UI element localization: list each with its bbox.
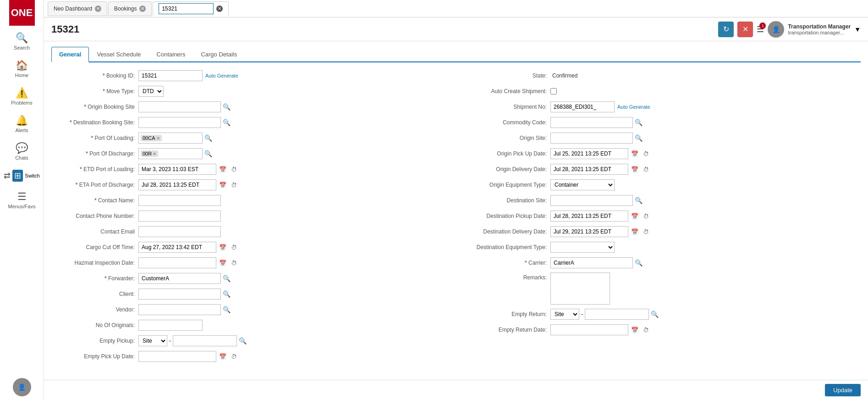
cargo-cutoff-clock-icon[interactable]: ⏱ [229, 243, 239, 252]
hazmat-clock-icon[interactable]: ⏱ [229, 259, 239, 267]
tab-search-input[interactable] [159, 3, 214, 14]
sidebar-item-problems[interactable]: ⚠️ Problems [0, 83, 44, 110]
destination-booking-site-input[interactable] [138, 117, 221, 128]
sidebar-item-search[interactable]: 🔍 Search [0, 28, 44, 55]
empty-return-search-icon[interactable]: 🔍 [649, 310, 660, 319]
sidebar-item-chats[interactable]: 💬 Chats [0, 138, 44, 165]
close-button[interactable]: ✕ [737, 22, 753, 37]
destination-site-search-icon[interactable]: 🔍 [633, 196, 644, 205]
contact-name-input[interactable] [138, 195, 221, 206]
empty-pickup-search-icon[interactable]: 🔍 [237, 336, 248, 345]
move-type-select[interactable]: DTDDTPPTDPTP [138, 86, 164, 97]
empty-return-value-input[interactable] [585, 309, 649, 320]
empty-pickup-date-calendar-icon[interactable]: 📅 [217, 352, 228, 361]
empty-pickup-value-input[interactable] [173, 335, 237, 346]
home-icon: 🏠 [16, 60, 28, 72]
destination-booking-site-search-icon[interactable]: 🔍 [221, 118, 232, 127]
cargo-cutoff-input[interactable]: Aug 27, 2022 13:42 EDT [138, 242, 216, 253]
origin-pickup-cal-icon[interactable]: 📅 [629, 150, 640, 158]
port-of-discharge-tag-remove[interactable]: ✕ [153, 151, 156, 156]
eta-clock-icon[interactable]: ⏱ [229, 181, 239, 189]
empty-pickup-date-input[interactable] [138, 351, 216, 362]
client-search-icon[interactable]: 🔍 [221, 289, 232, 299]
origin-pickup-clock-icon[interactable]: ⏱ [641, 150, 651, 158]
etd-clock-icon[interactable]: ⏱ [229, 165, 239, 174]
refresh-button[interactable]: ↻ [718, 22, 734, 37]
booking-id-input[interactable] [138, 70, 203, 81]
tab-neo-close[interactable]: ✕ [95, 6, 101, 12]
app-logo[interactable]: ONE [9, 0, 35, 26]
update-button[interactable]: Update [825, 384, 861, 396]
user-avatar[interactable]: 👤 [768, 21, 784, 38]
tab-containers[interactable]: Containers [149, 47, 193, 62]
shipment-no-auto-gen[interactable]: Auto Generate [617, 104, 650, 110]
eta-input[interactable]: Jul 28, 2021 13:25 EDT [138, 179, 216, 190]
empty-return-date-input[interactable] [550, 324, 628, 335]
destination-site-row: Destination Site: 🔍 [463, 194, 861, 206]
sidebar-item-switch[interactable]: ⇄ ⊞ Switch [0, 165, 44, 186]
sidebar-item-home[interactable]: 🏠 Home [0, 55, 44, 83]
origin-delivery-date-input[interactable]: Jul 28, 2021 13:25 EDT [550, 164, 628, 175]
empty-return-cal-icon[interactable]: 📅 [629, 326, 640, 334]
shipment-no-input[interactable] [550, 101, 615, 112]
carrier-input[interactable]: CarrierA [550, 257, 633, 268]
notification-badge: 1 [759, 22, 766, 29]
tab-neo-dashboard[interactable]: Neo Dashboard ✕ [48, 1, 107, 16]
tab-vessel-schedule[interactable]: Vessel Schedule [89, 47, 148, 62]
origin-booking-site-search-icon[interactable]: 🔍 [221, 102, 232, 111]
origin-delivery-clock-icon[interactable]: ⏱ [641, 165, 651, 174]
dest-delivery-clock-icon[interactable]: ⏱ [641, 228, 651, 236]
booking-id-auto-gen[interactable]: Auto Generate [205, 73, 238, 78]
origin-pickup-date-input[interactable]: Jul 25, 2021 13:25 EDT [550, 148, 628, 159]
port-of-discharge-search-icon[interactable]: 🔍 [203, 149, 214, 158]
eta-calendar-icon[interactable]: 📅 [217, 181, 228, 189]
etd-calendar-icon[interactable]: 📅 [217, 165, 228, 174]
destination-equipment-type-select[interactable]: ContainerTrailer [550, 242, 615, 253]
dest-delivery-cal-icon[interactable]: 📅 [629, 228, 640, 236]
sidebar-item-menus[interactable]: ☰ Menus/Favs [0, 186, 44, 214]
forwarder-search-icon[interactable]: 🔍 [221, 274, 232, 283]
destination-pickup-date-input[interactable]: Jul 28, 2021 13:25 EDT [550, 211, 628, 222]
auto-create-checkbox[interactable] [550, 88, 557, 94]
vendor-input[interactable] [138, 304, 221, 315]
tab-bookings[interactable]: Bookings ✕ [108, 1, 152, 16]
user-avatar-bottom[interactable]: 👤 [13, 378, 31, 396]
origin-site-input[interactable] [550, 133, 633, 144]
empty-pickup-date-clock-icon[interactable]: ⏱ [229, 352, 239, 361]
remarks-textarea[interactable] [550, 272, 610, 305]
port-of-loading-search-icon[interactable]: 🔍 [203, 133, 214, 143]
notification-menu[interactable]: ☰ 1 [757, 24, 764, 34]
carrier-search-icon[interactable]: 🔍 [633, 258, 644, 267]
dest-pickup-clock-icon[interactable]: ⏱ [641, 212, 651, 221]
etd-input[interactable]: Mar 3, 2023 11:03 EST [138, 164, 216, 175]
port-of-loading-tag-remove[interactable]: ✕ [156, 136, 160, 141]
origin-site-search-icon[interactable]: 🔍 [633, 133, 644, 143]
contact-phone-input[interactable] [138, 211, 221, 222]
origin-delivery-cal-icon[interactable]: 📅 [629, 165, 640, 174]
empty-pickup-type-select[interactable]: SiteDepot [138, 335, 167, 346]
empty-return-type-select[interactable]: SiteDepot [550, 309, 579, 320]
destination-delivery-date-input[interactable]: Jul 29, 2021 13:25 EDT [550, 226, 628, 237]
user-dropdown-button[interactable]: ▼ [854, 26, 861, 33]
contact-email-input[interactable] [138, 226, 221, 237]
tab-cargo-details[interactable]: Cargo Details [193, 47, 245, 62]
hazmat-calendar-icon[interactable]: 📅 [217, 259, 228, 267]
commodity-code-search-icon[interactable]: 🔍 [633, 118, 644, 127]
sidebar-item-alerts[interactable]: 🔔 Alerts [0, 110, 44, 138]
client-input[interactable] [138, 289, 221, 300]
tab-bookings-close[interactable]: ✕ [139, 6, 146, 12]
destination-site-input[interactable] [550, 195, 633, 206]
hazmat-input[interactable] [138, 257, 216, 268]
cargo-cutoff-calendar-icon[interactable]: 📅 [217, 243, 228, 252]
tab-15321[interactable]: ✕ [153, 1, 229, 16]
vendor-search-icon[interactable]: 🔍 [221, 305, 232, 314]
tab-15321-close[interactable]: ✕ [216, 6, 223, 12]
empty-return-clock-icon[interactable]: ⏱ [641, 326, 651, 334]
origin-booking-site-input[interactable] [138, 101, 221, 112]
forwarder-input[interactable]: CustomerA [138, 273, 221, 284]
dest-pickup-cal-icon[interactable]: 📅 [629, 212, 640, 221]
commodity-code-input[interactable] [550, 117, 633, 128]
no-originals-input[interactable] [138, 320, 203, 331]
origin-equipment-type-select[interactable]: ContainerTrailerOther [550, 179, 615, 190]
tab-general[interactable]: General [51, 47, 89, 62]
